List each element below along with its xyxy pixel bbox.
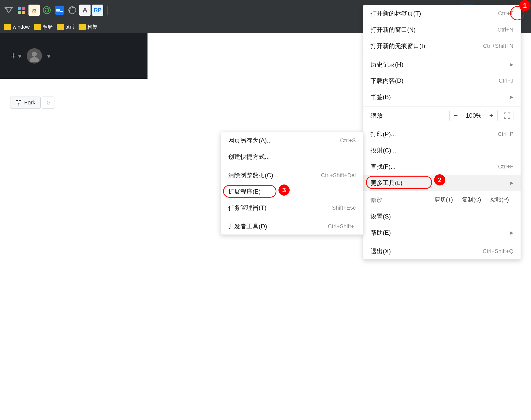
menu-sep-3 [363, 125, 521, 125]
three-dot-menu-button[interactable] [510, 6, 524, 20]
menu-sep-4 [363, 242, 521, 242]
zoom-value: 100% [462, 112, 485, 119]
bookmark-gujia[interactable]: 构架 [79, 24, 97, 30]
bookmark-folder-icon [4, 24, 11, 30]
svg-point-23 [17, 100, 18, 101]
submenu-save-as-shortcut: Ctrl+S [340, 137, 356, 144]
v-icon[interactable] [3, 5, 14, 16]
menu-new-window-shortcut: Ctrl+N [497, 26, 513, 33]
zoom-row: 缩放 − 100% + [363, 107, 521, 124]
wifi-badge-icon[interactable]: 99... [54, 5, 65, 16]
menu-history-arrow: ▶ [510, 62, 513, 67]
toolbar-separator [107, 6, 108, 15]
plus-icon[interactable]: + [10, 50, 16, 62]
menu-bookmarks-label: 书签(B) [371, 93, 391, 101]
menu-help[interactable]: 帮助(E) ▶ [363, 225, 521, 241]
menu-incognito[interactable]: 打开新的无痕窗口(I) Ctrl+Shift+N [363, 38, 521, 54]
menu-exit[interactable]: 退出(X) Ctrl+Shift+Q [363, 243, 521, 259]
submenu-create-shortcut-label: 创建快捷方式... [228, 153, 270, 161]
zoom-plus-button[interactable]: + [485, 110, 498, 121]
svg-rect-5 [22, 11, 25, 14]
bookmark-btcoin-label: bt币 [65, 24, 75, 30]
menu-more-tools[interactable]: 更多工具(L) ▶ 2 [363, 175, 521, 191]
fork-button-group: Fork 0 [10, 97, 54, 109]
menu-cast[interactable]: 投射(C)... [363, 142, 521, 159]
menu-exit-label: 退出(X) [371, 247, 391, 255]
menu-exit-shortcut: Ctrl+Shift+Q [483, 248, 513, 255]
edit-label: 修改 [371, 196, 425, 204]
bookmark-window[interactable]: window [4, 24, 30, 30]
bookmark-folder-icon [79, 24, 86, 30]
menu-print-label: 打印(P)... [371, 130, 396, 138]
copy-button[interactable]: 复制(C) [458, 194, 486, 206]
menu-incognito-label: 打开新的无痕窗口(I) [371, 42, 425, 50]
menu-bookmarks[interactable]: 书签(B) ▶ [363, 89, 521, 105]
bookmark-btcoin[interactable]: bt币 [57, 24, 75, 30]
menu-new-window-label: 打开新的窗口(N) [371, 26, 416, 34]
submenu-devtools-label: 开发者工具(D) [228, 222, 267, 230]
svg-point-25 [18, 104, 19, 105]
submenu-sep-2 [221, 217, 363, 217]
submenu-extensions-label: 扩展程序(E) [228, 188, 261, 196]
zoom-label: 缩放 [371, 112, 449, 120]
avatar-dropdown-arrow[interactable]: ▾ [47, 52, 51, 60]
svg-rect-4 [18, 11, 21, 14]
bookmark-window-label: window [13, 24, 30, 30]
three-dot-container: 1 [513, 3, 528, 18]
annotation-3-label: 3 [278, 184, 290, 196]
a-icon[interactable]: A [79, 5, 91, 16]
dropdown-arrow[interactable]: ▾ [18, 52, 22, 60]
submenu-extensions[interactable]: 扩展程序(E) 3 [221, 183, 363, 200]
menu-new-tab[interactable]: 打开新的标签页(T) Ctrl+T [363, 5, 521, 22]
three-dot-icon [517, 10, 518, 17]
zoom-minus-button[interactable]: − [449, 110, 462, 121]
bookmark-fanqiang-label: 翻墙 [42, 24, 53, 30]
menu-settings-label: 设置(S) [371, 212, 391, 221]
menu-sep-2 [363, 106, 521, 106]
menu-find[interactable]: 查找(F)... Ctrl+F [363, 159, 521, 175]
svg-rect-3 [22, 7, 25, 10]
submenu-task-manager[interactable]: 任务管理器(T) Shift+Esc [221, 200, 363, 216]
bookmark-fanqiang[interactable]: 翻墙 [34, 24, 53, 30]
rp-icon[interactable]: RP [92, 5, 103, 16]
n-script-icon[interactable]: n [28, 5, 40, 16]
bookmark-folder-icon [57, 24, 64, 30]
annotation-2-label: 2 [434, 174, 445, 185]
submenu-devtools-shortcut: Ctrl+Shift+I [328, 223, 356, 230]
user-avatar[interactable] [27, 48, 42, 64]
fork-area: Fork 0 [10, 97, 54, 109]
paste-button[interactable]: 粘贴(P) [486, 194, 513, 206]
rss-icon[interactable] [67, 5, 78, 16]
grid-icon[interactable] [16, 5, 27, 16]
menu-print[interactable]: 打印(P)... Ctrl+P [363, 126, 521, 142]
menu-downloads-label: 下载内容(D) [371, 77, 403, 85]
zoom-fullscreen-button[interactable] [501, 110, 513, 121]
refresh-circle-icon[interactable] [41, 5, 52, 16]
menu-downloads[interactable]: 下载内容(D) Ctrl+J [363, 73, 521, 89]
menu-settings[interactable]: 设置(S) [363, 208, 521, 225]
submenu-task-manager-label: 任务管理器(T) [228, 204, 267, 212]
cut-button[interactable]: 剪切(T) [430, 194, 458, 206]
submenu-devtools[interactable]: 开发者工具(D) Ctrl+Shift+I [221, 218, 363, 235]
submenu-create-shortcut[interactable]: 创建快捷方式... [221, 149, 363, 165]
menu-print-shortcut: Ctrl+P [498, 131, 513, 137]
svg-point-11 [69, 12, 70, 13]
menu-find-label: 查找(F)... [371, 163, 396, 171]
new-tab-btn[interactable]: + ▾ [10, 50, 22, 62]
svg-point-22 [30, 57, 39, 62]
bookmark-folder-icon [34, 24, 41, 30]
submenu-save-as[interactable]: 网页另存为(A)... Ctrl+S [221, 132, 363, 149]
menu-more-tools-arrow: ▶ [510, 180, 513, 186]
menu-history[interactable]: 历史记录(H) ▶ [363, 56, 521, 73]
menu-incognito-shortcut: Ctrl+Shift+N [483, 43, 513, 49]
svg-point-24 [20, 100, 21, 101]
main-menu: 打开新的标签页(T) Ctrl+T 打开新的窗口(N) Ctrl+N 打开新的无… [363, 5, 521, 260]
submenu-save-as-label: 网页另存为(A)... [228, 136, 272, 145]
menu-downloads-shortcut: Ctrl+J [499, 77, 513, 84]
menu-more-tools-label: 更多工具(L) [371, 179, 402, 187]
fork-button[interactable]: Fork [10, 97, 41, 109]
menu-find-shortcut: Ctrl+F [498, 163, 514, 170]
menu-new-window[interactable]: 打开新的窗口(N) Ctrl+N [363, 22, 521, 38]
submenu-clear-data[interactable]: 清除浏览数据(C)... Ctrl+Shift+Del [221, 167, 363, 183]
submenu-clear-data-shortcut: Ctrl+Shift+Del [321, 172, 356, 179]
